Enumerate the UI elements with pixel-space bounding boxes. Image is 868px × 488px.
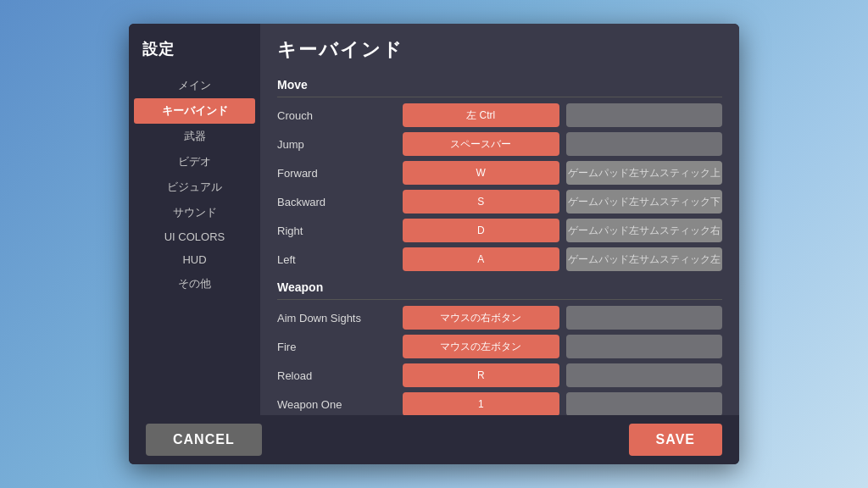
keybind-secondary-btn[interactable] [566, 363, 723, 387]
keybind-row: Jumpスペースバー [277, 130, 722, 158]
keybind-row: LeftAゲームパッド左サムスティック左 [277, 245, 722, 274]
keybind-primary-btn[interactable]: S [403, 190, 559, 214]
keybind-primary-btn[interactable]: スペースバー [403, 132, 559, 156]
keybind-row: BackwardSゲームパッド左サムスティック下 [277, 187, 722, 216]
section-title-weapon: Weapon [277, 274, 722, 300]
sidebar-item-sound[interactable]: サウンド [134, 200, 255, 225]
keybind-label: Aim Down Sights [277, 312, 396, 324]
sidebar: 設定 メインキーバインド武器ビデオビジュアルサウンドUI COLORSHUDその… [129, 24, 260, 415]
keybind-secondary-btn[interactable]: ゲームパッド左サムスティック下 [566, 190, 723, 214]
keybind-primary-btn[interactable]: マウスの左ボタン [403, 335, 559, 358]
sidebar-item-uicolors[interactable]: UI COLORS [134, 225, 255, 248]
sidebar-item-visual[interactable]: ビジュアル [134, 175, 255, 200]
keybind-row: Weapon One1 [277, 390, 722, 415]
keybind-row: Crouch左 Ctrl [277, 101, 722, 130]
keybind-label: Left [277, 253, 396, 266]
keybind-secondary-btn[interactable] [566, 103, 723, 127]
dialog-footer: CANCEL SAVE [129, 415, 739, 464]
save-button[interactable]: SAVE [629, 424, 722, 456]
sidebar-item-main[interactable]: メイン [134, 73, 255, 98]
section-title-move: Move [277, 71, 722, 97]
keybind-primary-btn[interactable]: W [403, 161, 559, 185]
sidebar-item-weapon[interactable]: 武器 [134, 124, 255, 149]
keybind-secondary-btn[interactable]: ゲームパッド左サムスティック右 [566, 219, 723, 242]
settings-dialog: 設定 メインキーバインド武器ビデオビジュアルサウンドUI COLORSHUDその… [129, 24, 739, 464]
keybind-secondary-btn[interactable] [566, 306, 723, 330]
keybind-label: Forward [277, 167, 396, 180]
keybind-secondary-btn[interactable]: ゲームパッド左サムスティック上 [566, 161, 723, 185]
keybind-row: Aim Down Sightsマウスの右ボタン [277, 303, 722, 332]
content-header: キーバインド [260, 24, 739, 71]
keybind-row: ReloadR [277, 361, 722, 390]
keybind-label: Right [277, 225, 396, 237]
keybind-label: Weapon One [277, 398, 396, 411]
keybind-label: Jump [277, 138, 396, 151]
keybind-row: ForwardWゲームパッド左サムスティック上 [277, 158, 722, 187]
keybind-row: Fireマウスの左ボタン [277, 332, 722, 361]
keybind-list: MoveCrouch左 CtrlJumpスペースバーForwardWゲームパッド… [260, 71, 739, 415]
keybind-row: RightDゲームパッド左サムスティック右 [277, 216, 722, 245]
main-content: キーバインド MoveCrouch左 CtrlJumpスペースバーForward… [260, 24, 739, 415]
keybind-label: Reload [277, 369, 396, 382]
keybind-primary-btn[interactable]: R [403, 363, 559, 387]
sidebar-item-video[interactable]: ビデオ [134, 149, 255, 175]
sidebar-title: 設定 [129, 30, 260, 71]
keybind-secondary-btn[interactable] [566, 132, 723, 156]
keybind-primary-btn[interactable]: A [403, 247, 559, 271]
keybind-label: Backward [277, 196, 396, 208]
sidebar-item-keybind[interactable]: キーバインド [134, 98, 255, 124]
keybind-secondary-btn[interactable] [566, 335, 723, 358]
keybind-primary-btn[interactable]: 左 Ctrl [403, 103, 559, 127]
keybind-secondary-btn[interactable] [566, 392, 723, 415]
keybind-secondary-btn[interactable]: ゲームパッド左サムスティック左 [566, 247, 723, 271]
sidebar-item-other[interactable]: その他 [134, 271, 255, 297]
cancel-button[interactable]: CANCEL [146, 424, 262, 456]
dialog-body: 設定 メインキーバインド武器ビデオビジュアルサウンドUI COLORSHUDその… [129, 24, 739, 415]
keybind-primary-btn[interactable]: マウスの右ボタン [403, 306, 559, 330]
keybind-primary-btn[interactable]: D [403, 219, 559, 242]
keybind-label: Fire [277, 341, 396, 353]
sidebar-item-hud[interactable]: HUD [134, 248, 255, 271]
keybind-label: Crouch [277, 109, 396, 122]
keybind-primary-btn[interactable]: 1 [403, 392, 559, 415]
